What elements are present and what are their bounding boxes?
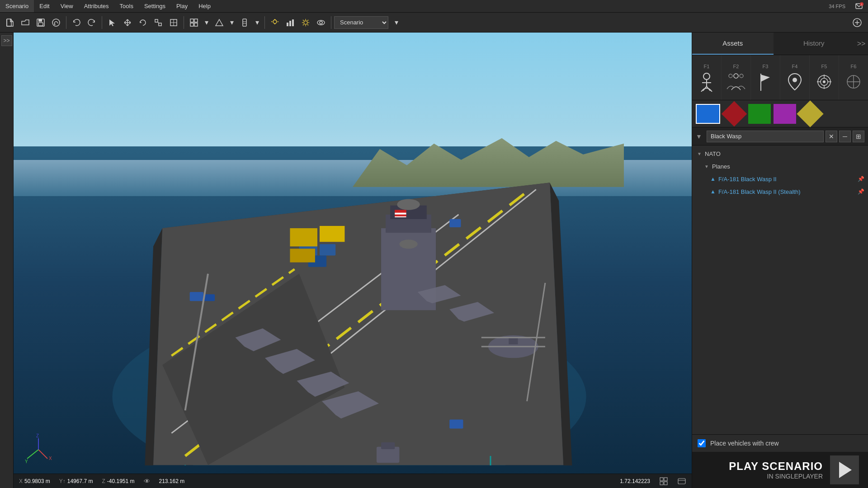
scenario-dropdown-btn[interactable]: ▾ — [389, 15, 404, 30]
svg-rect-86 — [664, 478, 667, 481]
move-button[interactable] — [120, 15, 135, 30]
pin-icon-1[interactable]: 📌 — [858, 176, 864, 182]
svg-point-91 — [703, 73, 710, 80]
svg-rect-65 — [449, 219, 461, 227]
fkey-f1[interactable]: F1 — [692, 55, 722, 100]
grid-toggle-item[interactable] — [659, 477, 668, 486]
coord-y-item: Y↑ 14967.7 m — [59, 478, 93, 484]
steam-button[interactable] — [49, 15, 63, 30]
search-input[interactable] — [707, 131, 824, 142]
weather-button[interactable] — [268, 15, 282, 30]
search-toggle[interactable]: ▼ — [696, 132, 705, 141]
undo-button[interactable] — [69, 15, 84, 30]
tree-area[interactable]: ▼ NATO ▼ Planes ▲ F/A-181 Black Wasp II … — [692, 145, 868, 434]
svg-line-37 — [307, 24, 308, 25]
swatch-gold-diamond[interactable] — [799, 104, 821, 124]
fkey-f3[interactable]: F3 — [751, 55, 780, 100]
bars-button[interactable] — [283, 15, 297, 30]
svg-point-100 — [793, 78, 797, 82]
svg-rect-18 — [194, 23, 198, 26]
fkey-f1-label: F1 — [704, 64, 710, 69]
terrain-dropdown[interactable]: ▾ — [227, 15, 236, 30]
eye-item: 👁 — [144, 478, 150, 485]
expand-panel-button[interactable]: >> — [854, 33, 868, 55]
eye-icon: 👁 — [144, 478, 150, 485]
left-panel-toggle[interactable]: >> — [1, 35, 12, 46]
pin-icon-2[interactable]: 📌 — [858, 188, 864, 195]
swatch-red-diamond[interactable] — [723, 104, 745, 124]
fkey-f6-label: F6 — [851, 64, 857, 69]
right-panel: Assets History >> F1 — [692, 33, 868, 488]
play-button[interactable] — [830, 455, 859, 484]
tree-label-blackwasp2: F/A-181 Black Wasp II (Stealth) — [718, 188, 801, 195]
menu-scenario[interactable]: Scenario — [0, 0, 34, 12]
menu-view[interactable]: View — [55, 0, 79, 12]
marker-button[interactable] — [237, 15, 252, 30]
svg-point-97 — [729, 74, 732, 78]
tree-node-nato[interactable]: ▼ NATO — [692, 147, 868, 160]
play-triangle-icon — [839, 462, 852, 478]
grid-dropdown[interactable]: ▾ — [202, 15, 211, 30]
select-button[interactable] — [105, 15, 119, 30]
snap-button[interactable] — [166, 15, 181, 30]
tree-node-blackwasp1[interactable]: ▲ F/A-181 Black Wasp II 📌 — [692, 173, 868, 185]
crew-checkbox[interactable] — [698, 439, 706, 447]
swatch-green[interactable] — [748, 104, 771, 124]
tab-assets[interactable]: Assets — [692, 33, 774, 55]
swatch-purple[interactable] — [774, 104, 796, 124]
info-toggle-item[interactable] — [677, 477, 686, 486]
separator-1 — [66, 16, 66, 29]
coord-x-value: 50.9803 m — [24, 478, 50, 484]
fkey-f6[interactable]: F6 — [839, 55, 868, 100]
svg-line-80 — [27, 450, 38, 459]
light-button[interactable] — [298, 15, 313, 30]
redo-button[interactable] — [85, 15, 99, 30]
menu-settings[interactable]: Settings — [139, 0, 171, 12]
crew-checkbox-label[interactable]: Place vehicles with crew — [710, 440, 779, 447]
fkey-f4-label: F4 — [792, 64, 798, 69]
fkey-f5[interactable]: F5 — [810, 55, 839, 100]
svg-rect-85 — [660, 478, 663, 481]
menu-attributes[interactable]: Attributes — [79, 0, 114, 12]
color-swatches — [692, 100, 868, 127]
svg-point-98 — [740, 74, 743, 78]
clear-search-button[interactable]: ✕ — [826, 131, 837, 142]
rotate-button[interactable] — [136, 15, 150, 30]
svg-rect-9 — [155, 19, 158, 22]
marker-dropdown[interactable]: ▾ — [253, 15, 262, 30]
fkey-f4[interactable]: F4 — [780, 55, 810, 100]
svg-rect-89 — [678, 479, 685, 484]
swatch-blue[interactable] — [696, 104, 720, 124]
play-scenario-main-label: PLAY SCENARIO — [729, 460, 823, 473]
viewport[interactable]: X Y Z X 50.9803 m Y↑ 14967.7 m Z -40.195… — [14, 33, 692, 488]
scale-button[interactable] — [151, 15, 165, 30]
svg-rect-57 — [320, 226, 344, 242]
new-file-button[interactable] — [3, 15, 17, 30]
menu-help[interactable]: Help — [193, 0, 216, 12]
expand-search-button[interactable]: ⊞ — [853, 131, 864, 142]
minimize-search-button[interactable]: ─ — [839, 131, 851, 142]
addons-button[interactable] — [849, 15, 865, 30]
vision-button[interactable] — [314, 15, 328, 30]
fkey-f2[interactable]: F2 — [722, 55, 751, 100]
tree-node-planes[interactable]: ▼ Planes — [692, 160, 868, 173]
save-file-button[interactable] — [33, 15, 48, 30]
svg-marker-19 — [216, 19, 223, 26]
terrain-button[interactable] — [212, 15, 226, 30]
svg-rect-6 — [38, 23, 43, 26]
menu-edit[interactable]: Edit — [34, 0, 55, 12]
svg-rect-60 — [509, 338, 518, 344]
search-area: ▼ ✕ ─ ⊞ — [692, 127, 868, 145]
svg-rect-68 — [395, 210, 406, 213]
open-file-button[interactable] — [18, 15, 33, 30]
menu-tools[interactable]: Tools — [114, 0, 139, 12]
grid-button[interactable] — [187, 15, 201, 30]
scenario-select[interactable]: Scenario — [334, 16, 388, 29]
tree-expand-nato: ▼ — [696, 150, 703, 157]
bottom-controls: Place vehicles with crew — [692, 434, 868, 452]
menu-play[interactable]: Play — [171, 0, 193, 12]
tab-history[interactable]: History — [774, 33, 855, 55]
svg-rect-75 — [381, 442, 395, 449]
notification-icon[interactable]: 1 — [854, 2, 863, 11]
tree-node-blackwasp2[interactable]: ▲ F/A-181 Black Wasp II (Stealth) 📌 — [692, 185, 868, 198]
